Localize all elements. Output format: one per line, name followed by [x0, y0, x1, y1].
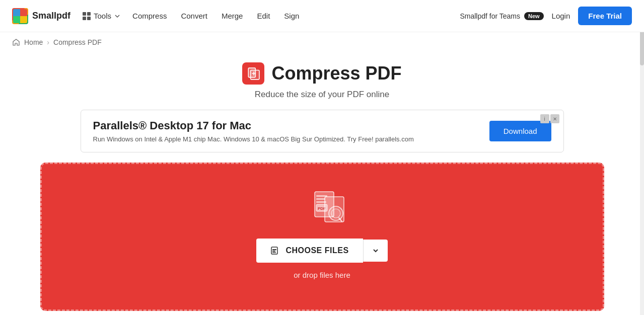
free-trial-button[interactable]: Free Trial [578, 7, 632, 25]
breadcrumb-home[interactable]: Home [24, 38, 43, 46]
breadcrumb-current: Compress PDF [53, 38, 102, 46]
chevron-down-icon [114, 13, 120, 19]
home-icon [12, 38, 20, 46]
svg-rect-4 [316, 198, 325, 200]
choose-files-row: CHOOSE FILES [256, 239, 387, 263]
teams-label: Smallpdf for Teams [460, 12, 520, 20]
page-title: Compress PDF [271, 63, 401, 84]
ad-title: Parallels® Desktop 17 for Mac [93, 119, 414, 132]
logo[interactable]: Smallpdf [12, 8, 70, 24]
svg-point-10 [331, 209, 340, 218]
page-title-row: Compress PDF [242, 62, 401, 85]
ad-banner: Parallels® Desktop 17 for Mac Run Window… [81, 110, 564, 152]
tools-label: Tools [94, 12, 111, 20]
teams-button[interactable]: Smallpdf for Teams New [460, 12, 543, 20]
scrollbar[interactable] [640, 0, 644, 311]
logo-icon [12, 8, 28, 24]
compress-link[interactable]: Compress [132, 12, 167, 20]
navbar-right: Smallpdf for Teams New Login Free Trial [460, 7, 632, 25]
svg-rect-1 [251, 70, 259, 80]
page-title-section: Compress PDF Reduce the size of your PDF… [242, 62, 401, 100]
edit-link[interactable]: Edit [257, 12, 270, 20]
ad-description: Run Windows on Intel & Apple M1 chip Mac… [93, 135, 414, 143]
compress-pdf-icon [242, 62, 264, 85]
new-badge: New [524, 12, 544, 20]
page-subtitle: Reduce the size of your PDF online [255, 90, 389, 100]
main-content: Compress PDF Reduce the size of your PDF… [0, 52, 644, 311]
tools-button[interactable]: Tools [83, 12, 120, 20]
upload-icon [270, 246, 280, 256]
ad-close-button[interactable]: ✕ [550, 114, 559, 123]
sign-link[interactable]: Sign [284, 12, 299, 20]
file-illustration: PDF [300, 189, 345, 224]
ad-content: Parallels® Desktop 17 for Mac Run Window… [93, 119, 414, 143]
ad-download-button[interactable]: Download [489, 121, 551, 141]
svg-rect-15 [272, 252, 276, 253]
breadcrumb-separator: › [47, 38, 49, 46]
navbar: Smallpdf Tools Compress Convert Merge Ed… [0, 0, 644, 32]
svg-rect-13 [272, 249, 276, 250]
drop-zone[interactable]: PDF CHOOSE FILES [40, 163, 604, 311]
choose-files-button[interactable]: CHOOSE FILES [256, 239, 363, 263]
drop-text: or drop files here [294, 271, 350, 279]
dropdown-chevron-icon [372, 247, 380, 255]
grid-icon [83, 12, 91, 20]
choose-files-label: CHOOSE FILES [285, 246, 348, 255]
ad-close-buttons: i ✕ [540, 114, 559, 123]
merge-link[interactable]: Merge [222, 12, 243, 20]
nav-links: Compress Convert Merge Edit Sign [132, 12, 299, 20]
choose-files-dropdown[interactable] [363, 240, 388, 262]
logo-text: Smallpdf [32, 11, 70, 21]
navbar-left: Smallpdf Tools Compress Convert Merge Ed… [12, 8, 299, 24]
breadcrumb: Home › Compress PDF [0, 32, 644, 52]
ad-info-button[interactable]: i [540, 114, 549, 123]
svg-rect-14 [272, 251, 275, 252]
convert-link[interactable]: Convert [181, 12, 207, 20]
login-button[interactable]: Login [552, 12, 570, 20]
